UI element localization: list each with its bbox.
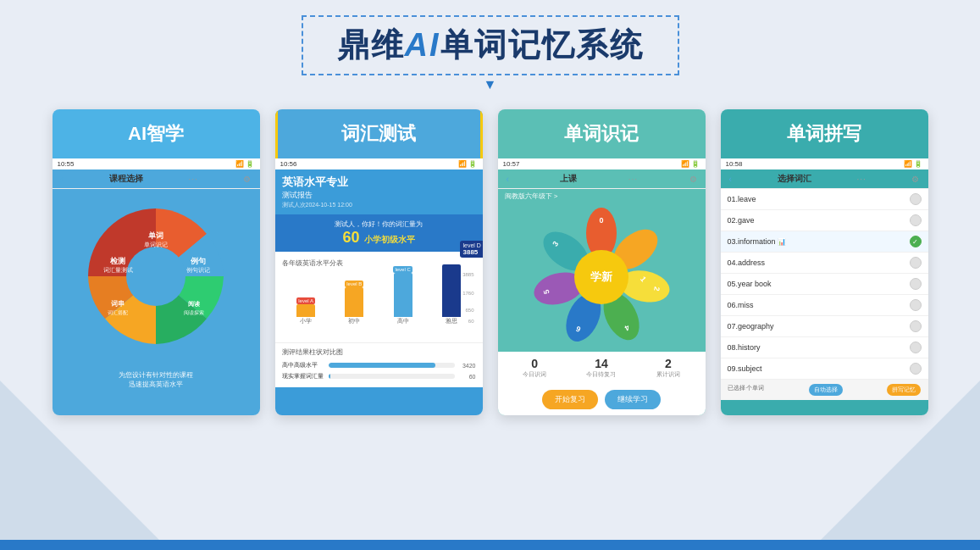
panel3-title: 单词识记: [564, 121, 639, 147]
nav-title-4: 选择词汇: [778, 173, 811, 185]
report-subtitle: 测试报告: [282, 190, 476, 201]
start-review-button[interactable]: 开始复习: [542, 390, 598, 409]
panel1-title: AI智学: [128, 121, 184, 147]
progress-bars: 高中高级水平 3420 现实掌握词汇量 60: [282, 361, 476, 381]
word-item-04[interactable]: 04.address: [721, 253, 928, 274]
bottom-bar: [0, 540, 980, 550]
nav-dots-3[interactable]: ···: [628, 175, 638, 184]
prog-row-2: 现实掌握词汇量 60: [282, 372, 476, 381]
word-check-04[interactable]: [910, 257, 922, 269]
word-list: 01.leave 02.gave 03.information 📊 ✓ 04.a…: [721, 189, 928, 380]
phone-nav-4: ‹ 选择词汇 ··· ⚙: [721, 169, 928, 189]
panel-word-learn: 单词识记 10:57 📶 🔋 ‹ 上课 ··· ⚙ 闽教版六年级下 >: [498, 109, 706, 415]
back-arrow-3[interactable]: ‹: [507, 175, 509, 184]
panel4-header: 单词拼写: [721, 109, 928, 158]
greeting-text: 测试人，你好！你的词汇量为: [280, 219, 478, 229]
bar-chart-area: 各年级英语水平分表 level A 小学 level B 初中: [275, 252, 483, 342]
word-check-08[interactable]: [910, 342, 922, 353]
flower-svg: 学新 0 1 2 4 6 5 3: [529, 208, 673, 347]
panel1-content: 10:55 📶 🔋 ‹ 课程选择 ··· ⚙: [53, 158, 260, 415]
panels-container: AI智学 10:55 📶 🔋 ‹ 课程选择 ··· ⚙: [0, 84, 980, 424]
nav-gear-3[interactable]: ⚙: [689, 175, 697, 184]
nav-gear-1[interactable]: ⚙: [243, 175, 251, 184]
svg-text:词汇量测试: 词汇量测试: [103, 267, 133, 273]
word-check-02[interactable]: [910, 214, 922, 226]
word-check-03[interactable]: ✓: [910, 236, 922, 247]
word-item-08[interactable]: 08.history: [721, 337, 928, 358]
word-list-footer: 已选择 个单词 自动选择 拼写记忆: [721, 380, 928, 400]
svg-text:学新: 学新: [590, 270, 613, 283]
panel1-bottom-text: 为您设计有针对性的课程 迅速提高英语水平: [53, 364, 260, 396]
phone-status-bar-1: 10:55 📶 🔋: [53, 158, 260, 169]
radar-title: 测评结果柱状对比图: [282, 347, 476, 357]
action-buttons: 开始复习 继续学习: [498, 384, 706, 415]
word-check-05[interactable]: [910, 278, 922, 290]
bar-B: level B 初中: [345, 281, 363, 325]
svg-text:单词识记: 单词识记: [144, 242, 168, 248]
panel2-title: 词汇测试: [341, 121, 416, 147]
svg-text:阅读: 阅读: [188, 300, 200, 308]
selected-label: 已选择 个单词: [728, 384, 765, 396]
nav-gear-4[interactable]: ⚙: [911, 175, 919, 184]
svg-text:词串: 词串: [111, 300, 125, 308]
word-item-09[interactable]: 09.subject: [721, 358, 928, 380]
word-item-01[interactable]: 01.leave: [721, 189, 928, 210]
word-check-09[interactable]: [910, 363, 922, 375]
report-header: 英语水平专业 测试报告 测试人次2024-10-15 12:00: [275, 169, 483, 214]
word-item-06[interactable]: 06.miss: [721, 295, 928, 316]
word-check-01[interactable]: [910, 193, 922, 205]
panel-vocab-test: 词汇测试 10:56 📶 🔋 英语水平专业 测试报告 测试人次2024-10-1…: [275, 109, 483, 415]
stat-total: 2 累计识词: [656, 357, 680, 379]
bar-D: level D3885 雅思: [442, 253, 461, 325]
word-item-05[interactable]: 05.year book: [721, 274, 928, 295]
word-check-06[interactable]: [910, 299, 922, 311]
phone-status-bar-4: 10:58 📶 🔋: [721, 158, 928, 169]
svg-text:0: 0: [599, 216, 603, 225]
stat-today-new: 0 今日识词: [523, 357, 546, 379]
svg-point-0: [126, 247, 185, 306]
score-value: 60 小学初级水平: [280, 229, 478, 247]
panel-ai-learning: AI智学 10:55 📶 🔋 ‹ 课程选择 ··· ⚙: [53, 109, 260, 415]
svg-text:阅读探索: 阅读探索: [184, 310, 204, 315]
word-item-02[interactable]: 02.gave: [721, 210, 928, 231]
prog-row-1: 高中高级水平 3420: [282, 361, 476, 369]
nav-dots-4[interactable]: ···: [856, 175, 866, 184]
svg-text:检测: 检测: [109, 257, 125, 265]
phone-status-bar-2: 10:56 📶 🔋: [275, 158, 483, 169]
report-title: 英语水平专业: [282, 175, 476, 190]
back-arrow-1[interactable]: ‹: [61, 175, 64, 184]
svg-text:单词: 单词: [148, 231, 163, 240]
panel3-header: 单词识记: [498, 109, 706, 158]
panel4-content: 10:58 📶 🔋 ‹ 选择词汇 ··· ⚙ 01.leave 02.gave: [721, 158, 928, 415]
word-stats: 0 今日识词 14 今日待复习 2 累计识词: [498, 352, 706, 384]
word-item-07[interactable]: 07.geography: [721, 316, 928, 337]
panel3-content: 10:57 📶 🔋 ‹ 上课 ··· ⚙ 闽教版六年级下 >: [498, 158, 706, 415]
stat-today-review: 14 今日待复习: [586, 357, 616, 379]
title-area: 鼎维AI单词记忆系统: [0, 0, 980, 84]
nav-title-1: 课程选择: [109, 173, 143, 185]
phone-status-bar-3: 10:57 📶 🔋: [498, 158, 706, 169]
phone-nav-3: ‹ 上课 ··· ⚙: [498, 169, 706, 189]
panel-word-spell: 单词拼写 10:58 📶 🔋 ‹ 选择词汇 ··· ⚙ 01.leave: [721, 109, 928, 415]
back-arrow-4[interactable]: ‹: [729, 175, 732, 184]
spell-button[interactable]: 拼写记忆: [887, 384, 921, 396]
word-check-07[interactable]: [910, 320, 922, 332]
report-test-info: 测试人次2024-10-15 12:00: [282, 201, 476, 209]
svg-text:词汇搭配: 词汇搭配: [108, 310, 128, 315]
circular-menu-svg: 单词 单词识记 例句 例句识记 阅读 阅读探索 词串 词汇搭配 检测 词汇量测试: [75, 196, 236, 357]
nav-dots-1[interactable]: ···: [188, 175, 197, 184]
textbook-label[interactable]: 闽教版六年级下 >: [498, 189, 706, 203]
svg-text:例句识记: 例句识记: [186, 267, 210, 274]
word-item-03[interactable]: 03.information 📊 ✓: [721, 231, 928, 253]
auto-select-button[interactable]: 自动选择: [809, 384, 843, 396]
page-title: 鼎维AI单词记忆系统: [337, 27, 644, 63]
panel2-content: 10:56 📶 🔋 英语水平专业 测试报告 测试人次2024-10-15 12:…: [275, 158, 483, 415]
radar-section: 测评结果柱状对比图 高中高级水平 3420 现实掌握词汇量 60: [275, 342, 483, 387]
bar-A: level A 小学: [296, 297, 315, 325]
continue-learn-button[interactable]: 继续学习: [605, 390, 661, 409]
bar-C: level C 高中: [393, 266, 412, 325]
panel1-header: AI智学: [53, 109, 260, 158]
score-area: 测试人，你好！你的词汇量为 60 小学初级水平: [275, 214, 483, 252]
phone-nav-1: ‹ 课程选择 ··· ⚙: [53, 169, 260, 189]
panel2-header: 词汇测试: [275, 109, 483, 158]
